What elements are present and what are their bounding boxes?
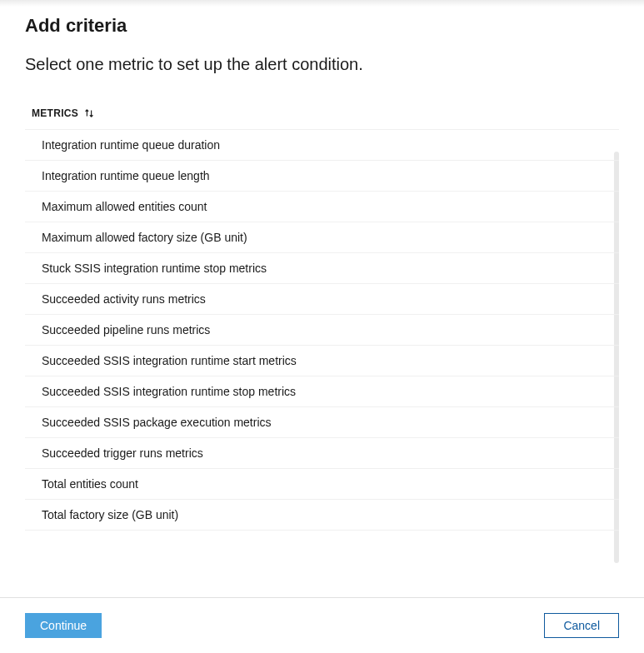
- metric-label: Succeeded activity runs metrics: [42, 292, 206, 306]
- metric-label: Succeeded SSIS integration runtime stop …: [42, 385, 296, 398]
- list-item[interactable]: Maximum allowed entities count: [25, 192, 619, 222]
- list-item[interactable]: Total entities count: [25, 469, 619, 500]
- list-item[interactable]: Integration runtime queue duration: [25, 130, 619, 161]
- metric-label: Succeeded trigger runs metrics: [42, 446, 203, 460]
- metric-label: Maximum allowed entities count: [42, 200, 207, 213]
- metric-label: Integration runtime queue duration: [42, 138, 220, 152]
- list-item[interactable]: Stuck SSIS integration runtime stop metr…: [25, 253, 619, 284]
- sort-icon: [83, 107, 95, 119]
- metric-label: Succeeded SSIS integration runtime start…: [42, 354, 297, 367]
- list-item[interactable]: Succeeded pipeline runs metrics: [25, 315, 619, 346]
- list-item[interactable]: Succeeded SSIS integration runtime start…: [25, 346, 619, 376]
- list-item[interactable]: Maximum allowed factory size (GB unit): [25, 222, 619, 253]
- metric-label: Total factory size (GB unit): [42, 508, 178, 521]
- list-item[interactable]: Succeeded activity runs metrics: [25, 284, 619, 315]
- column-header-label: METRICS: [32, 107, 78, 119]
- metric-label: Maximum allowed factory size (GB unit): [42, 231, 247, 244]
- continue-button[interactable]: Continue: [25, 613, 102, 638]
- list-item[interactable]: Total factory size (GB unit): [25, 500, 619, 531]
- metric-label: Total entities count: [42, 477, 138, 491]
- footer: Continue Cancel: [0, 597, 644, 653]
- page-subtitle: Select one metric to set up the alert co…: [25, 55, 619, 74]
- metrics-list: Integration runtime queue duration Integ…: [25, 129, 619, 597]
- cancel-button[interactable]: Cancel: [544, 613, 619, 638]
- metric-label: Stuck SSIS integration runtime stop metr…: [42, 262, 267, 275]
- header: Add criteria Select one metric to set up…: [0, 0, 644, 107]
- list-item[interactable]: Succeeded trigger runs metrics: [25, 438, 619, 469]
- list-item[interactable]: Succeeded SSIS integration runtime stop …: [25, 376, 619, 407]
- metric-label: Succeeded pipeline runs metrics: [42, 323, 210, 336]
- metrics-column-header[interactable]: METRICS: [0, 107, 644, 129]
- metric-label: Succeeded SSIS package execution metrics: [42, 416, 272, 429]
- list-item[interactable]: Integration runtime queue length: [25, 161, 619, 192]
- metric-label: Integration runtime queue length: [42, 169, 210, 182]
- page-title: Add criteria: [25, 15, 619, 37]
- list-item[interactable]: Succeeded SSIS package execution metrics: [25, 407, 619, 438]
